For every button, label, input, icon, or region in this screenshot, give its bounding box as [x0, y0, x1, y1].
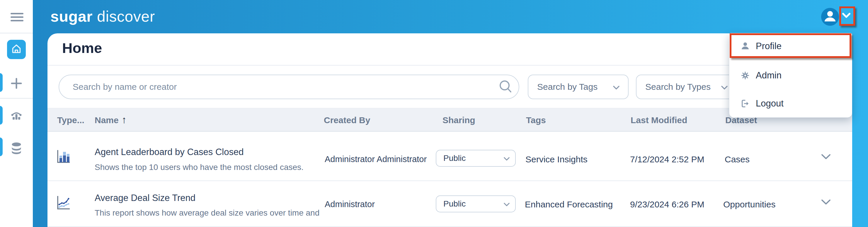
bar-chart-icon	[57, 149, 70, 165]
menu-item-profile[interactable]: Profile	[730, 34, 852, 59]
table-row[interactable]: Average Deal Size Trend This report show…	[48, 181, 852, 227]
report-last-modified: 7/12/2024 2:52 PM	[630, 154, 705, 164]
menu-item-label: Admin	[756, 70, 781, 81]
menu-item-label: Logout	[756, 98, 784, 109]
logo-secondary: discover	[97, 8, 155, 25]
report-description: Shows the top 10 users who have the most…	[95, 163, 322, 172]
sidebar-divider-top	[0, 33, 33, 33]
logout-icon	[739, 99, 751, 108]
sharing-select[interactable]: Public	[436, 195, 516, 213]
report-name[interactable]: Average Deal Size Trend	[95, 193, 322, 203]
sharing-value: Public	[443, 154, 466, 163]
sidebar-edge-indicator-create	[0, 73, 3, 92]
report-dataset: Opportunities	[723, 199, 775, 210]
hamburger-menu-icon[interactable]	[10, 13, 24, 22]
sidebar-divider-middle	[0, 98, 33, 99]
types-filter-label: Search by Types	[645, 82, 711, 92]
sidebar-edge-indicator-datasets	[0, 138, 3, 156]
sidebar	[0, 0, 33, 227]
chevron-down-icon	[842, 12, 851, 20]
column-header-name[interactable]: Name	[95, 115, 119, 125]
chevron-down-icon	[613, 82, 620, 92]
report-name[interactable]: Agent Leaderboard by Cases Closed	[95, 147, 322, 157]
search-input[interactable]	[59, 75, 519, 99]
report-created-by: Administrator Administrator	[325, 154, 427, 164]
sharing-select[interactable]: Public	[436, 150, 516, 167]
logo-primary: sugar	[51, 8, 93, 25]
types-filter-select[interactable]: Search by Types	[636, 75, 737, 99]
gear-icon	[739, 71, 751, 80]
user-menu-chevron-button[interactable]	[841, 12, 851, 21]
row-expand-chevron-icon[interactable]	[821, 199, 831, 206]
report-dataset: Cases	[725, 154, 750, 164]
sharing-value: Public	[443, 199, 466, 209]
sidebar-item-datasets[interactable]	[0, 142, 33, 156]
person-icon	[739, 42, 751, 50]
chevron-down-icon	[721, 82, 728, 92]
chevron-down-icon	[503, 154, 510, 163]
report-description: This report shows how average deal size …	[95, 208, 322, 218]
database-icon	[10, 142, 22, 156]
user-avatar[interactable]	[821, 8, 839, 26]
report-carousel-icon	[10, 109, 23, 123]
menu-item-admin[interactable]: Admin	[730, 63, 852, 88]
search-icon	[499, 80, 512, 95]
plus-icon	[10, 78, 22, 90]
menu-item-label: Profile	[756, 41, 781, 51]
report-last-modified: 9/23/2024 6:26 PM	[630, 199, 705, 210]
table-row[interactable]: Agent Leaderboard by Cases Closed Shows …	[48, 131, 852, 181]
tags-filter-select[interactable]: Search by Tags	[528, 75, 628, 99]
column-header-type[interactable]: Type...	[57, 115, 84, 125]
column-header-tags[interactable]: Tags	[526, 115, 546, 125]
chevron-down-icon	[503, 199, 510, 209]
line-chart-icon	[57, 195, 70, 212]
report-tags: Service Insights	[525, 154, 588, 164]
sidebar-item-reports[interactable]	[0, 109, 33, 123]
page-title: Home	[62, 40, 102, 56]
sidebar-item-home[interactable]	[7, 40, 26, 59]
column-header-sharing[interactable]: Sharing	[442, 115, 475, 125]
report-tags: Enhanced Forecasting	[525, 199, 613, 210]
menu-item-logout[interactable]: Logout	[730, 91, 852, 116]
sidebar-edge-indicator-reports	[0, 106, 3, 125]
app-window: sugar discover Home Search	[0, 0, 868, 227]
home-icon	[11, 43, 22, 55]
user-dropdown-menu: Profile	[729, 33, 852, 118]
report-created-by: Administrator	[325, 199, 375, 209]
person-icon	[821, 7, 839, 26]
column-header-created-by[interactable]: Created By	[324, 115, 370, 125]
tags-filter-label: Search by Tags	[537, 82, 597, 92]
sort-ascending-icon[interactable]: ↑	[122, 114, 127, 125]
column-header-last-modified[interactable]: Last Modified	[631, 115, 687, 125]
row-expand-chevron-icon[interactable]	[821, 154, 831, 161]
sidebar-item-create[interactable]	[0, 78, 33, 90]
app-logo: sugar discover	[51, 8, 155, 25]
